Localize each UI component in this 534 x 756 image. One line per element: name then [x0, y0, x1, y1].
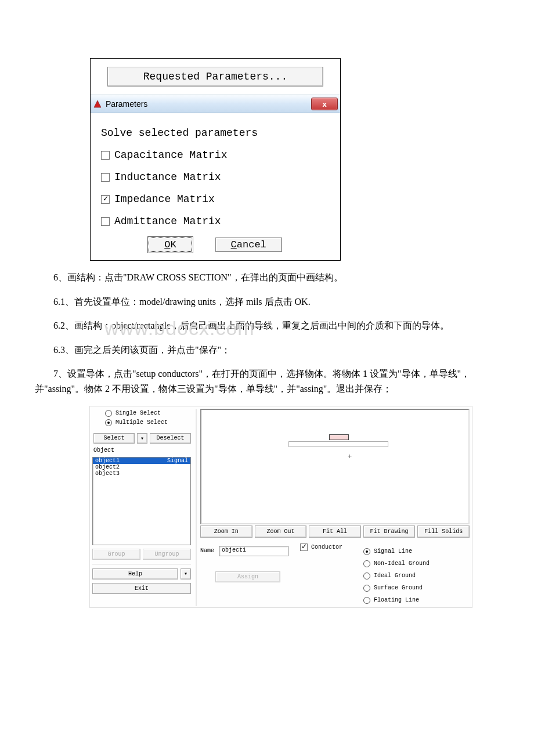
- capacitance-checkbox[interactable]: [101, 151, 110, 160]
- object-listbox[interactable]: object1 Signal object2 object3: [92, 457, 191, 545]
- conductor-checkbox[interactable]: [300, 543, 308, 551]
- ideal-ground-radio[interactable]: [363, 573, 370, 579]
- multiple-select-radio[interactable]: [105, 419, 112, 426]
- zoom-in-button[interactable]: Zoom In: [200, 525, 252, 538]
- surface-ground-label: Surface Ground: [374, 585, 423, 591]
- dialog-title: Parameters: [106, 99, 147, 109]
- left-panel: Single Select Multiple Select Select ▾ D…: [92, 409, 191, 606]
- impedance-checkbox[interactable]: [101, 195, 110, 204]
- list-item[interactable]: object3: [93, 470, 190, 477]
- floating-line-radio[interactable]: [363, 597, 370, 604]
- canvas-origin-marker-icon: +: [348, 453, 352, 461]
- svg-marker-0: [94, 100, 101, 107]
- impedance-label: Impedance Matrix: [114, 193, 215, 205]
- close-button[interactable]: x: [311, 98, 338, 110]
- setup-conductors-window: Single Select Multiple Select Select ▾ D…: [89, 406, 472, 608]
- paragraph-6-3: 6.3、画完之后关闭该页面，并点击"保存"；: [35, 343, 499, 358]
- help-button[interactable]: Help: [92, 568, 178, 579]
- group-button[interactable]: Group: [92, 549, 140, 560]
- solve-heading: Solve selected parameters: [101, 127, 330, 139]
- parameters-dialog: Requested Parameters... Parameters x Sol…: [90, 58, 341, 261]
- list-item[interactable]: object2: [93, 464, 190, 470]
- paragraph-6: 6、画结构：点击"DRAW CROSS SECTION"，在弹出的页面中画结构。: [35, 270, 499, 285]
- assign-button[interactable]: Assign: [215, 571, 280, 582]
- paragraph-7: 7、设置导体，点击"setup conductors"，在打开的页面中，选择物体…: [35, 366, 499, 396]
- canvas-object1[interactable]: [329, 434, 349, 440]
- fit-drawing-button[interactable]: Fit Drawing: [363, 525, 416, 538]
- canvas-object2[interactable]: [288, 441, 388, 447]
- ungroup-button[interactable]: Ungroup: [143, 549, 191, 560]
- paragraph-6-1: 6.1、首先设置单位：model/drawing units，选择 mils 后…: [35, 294, 499, 309]
- close-icon: x: [322, 100, 326, 109]
- floating-line-label: Floating Line: [374, 597, 419, 603]
- paragraph-6-2: 6.2、画结构：object/rectangle，后自己画出上面的导线，重复之后…: [35, 318, 499, 333]
- single-select-label: Single Select: [116, 410, 161, 416]
- app-icon: [93, 99, 102, 109]
- admittance-checkbox[interactable]: [101, 217, 110, 226]
- capacitance-label: Capacitance Matrix: [114, 149, 227, 161]
- signal-line-label: Signal Line: [374, 548, 412, 555]
- cancel-button[interactable]: Cancel: [215, 237, 282, 252]
- help-menu-arrow-icon[interactable]: ▾: [181, 568, 191, 579]
- name-label: Name: [200, 548, 214, 554]
- select-button[interactable]: Select: [93, 433, 135, 444]
- exit-button[interactable]: Exit: [92, 583, 191, 594]
- right-panel: + Zoom In Zoom Out Fit All Fit Drawing F…: [196, 409, 470, 606]
- dialog-titlebar: Parameters x: [91, 95, 340, 113]
- fit-all-button[interactable]: Fit All: [309, 525, 361, 538]
- zoom-out-button[interactable]: Zoom Out: [255, 525, 307, 538]
- drawing-canvas[interactable]: +: [200, 409, 470, 524]
- object-label: Object: [92, 447, 191, 453]
- conductor-label: Conductor: [311, 544, 342, 550]
- surface-ground-radio[interactable]: [363, 585, 370, 592]
- single-select-radio[interactable]: [105, 410, 112, 417]
- signal-line-radio[interactable]: [363, 548, 370, 555]
- divider: [92, 564, 191, 564]
- requested-parameters-button[interactable]: Requested Parameters...: [107, 67, 323, 87]
- deselect-button[interactable]: Deselect: [150, 433, 191, 444]
- ok-button[interactable]: OK: [149, 237, 192, 252]
- admittance-label: Admittance Matrix: [114, 215, 221, 227]
- non-ideal-ground-label: Non-Ideal Ground: [374, 560, 430, 567]
- select-menu-arrow-icon[interactable]: ▾: [137, 433, 147, 444]
- name-input[interactable]: object1: [219, 546, 288, 556]
- list-item[interactable]: object1 Signal: [93, 458, 190, 464]
- fill-solids-button[interactable]: Fill Solids: [417, 525, 470, 538]
- non-ideal-ground-radio[interactable]: [363, 560, 370, 567]
- inductance-label: Inductance Matrix: [114, 171, 221, 183]
- inductance-checkbox[interactable]: [101, 173, 110, 182]
- ideal-ground-label: Ideal Ground: [374, 573, 416, 579]
- multiple-select-label: Multiple Select: [116, 419, 168, 426]
